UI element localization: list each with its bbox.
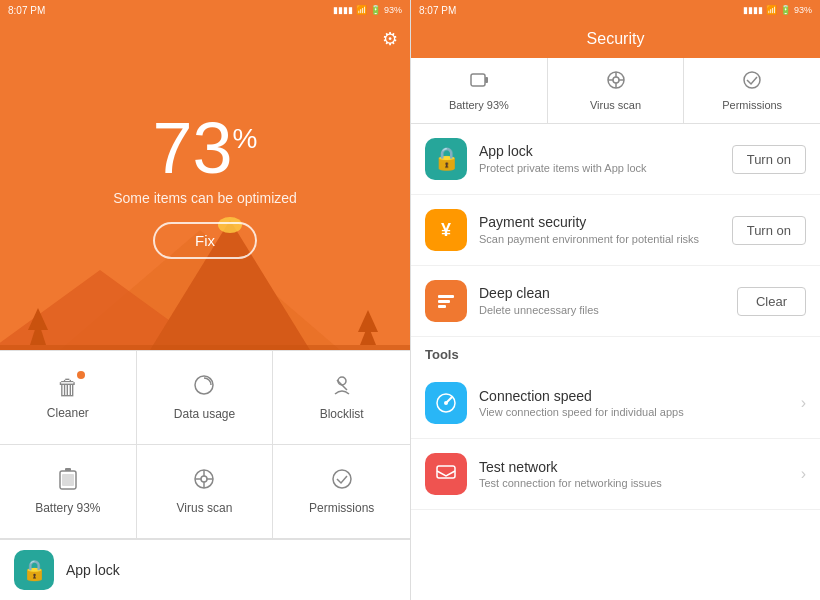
tool-connection-speed[interactable]: Connection speed View connection speed f… (411, 368, 820, 439)
fix-button[interactable]: Fix (153, 222, 257, 259)
score-percent: % (233, 123, 258, 154)
right-battery-icon: 🔋 (780, 5, 791, 15)
data-usage-label: Data usage (174, 407, 235, 421)
tab-permissions-label: Permissions (722, 99, 782, 111)
virus-scan-grid-icon (193, 468, 215, 496)
grid-data-usage[interactable]: Data usage (137, 351, 274, 445)
blocklist-label: Blocklist (320, 407, 364, 421)
test-network-desc: Test connection for networking issues (479, 477, 789, 489)
payment-desc: Scan payment environment for potential r… (479, 232, 720, 246)
tab-permissions-icon (742, 70, 762, 95)
right-battery-percent: 93% (794, 5, 812, 15)
svg-rect-14 (62, 474, 74, 486)
test-network-text: Test network Test connection for network… (479, 459, 789, 489)
permissions-grid-icon (331, 468, 353, 496)
tool-test-network[interactable]: Test network Test connection for network… (411, 439, 820, 510)
data-usage-icon (193, 374, 215, 402)
cleaner-label: Cleaner (47, 406, 89, 420)
deep-clean-text: Deep clean Delete unnecessary files (479, 285, 725, 317)
tools-header: Tools (411, 337, 820, 368)
svg-rect-32 (438, 300, 450, 303)
tab-virus-scan[interactable]: Virus scan (548, 58, 685, 123)
svg-point-35 (444, 401, 448, 405)
deep-clean-desc: Delete unnecessary files (479, 303, 725, 317)
score-display: 73% (152, 108, 257, 188)
app-lock-action: Turn on (732, 145, 806, 174)
svg-rect-23 (485, 77, 488, 83)
security-list: 🔒 App lock Protect private items with Ap… (411, 124, 820, 600)
app-lock-item[interactable]: 🔒 App lock (0, 539, 410, 600)
tab-permissions[interactable]: Permissions (684, 58, 820, 123)
header-title: Security (587, 30, 645, 47)
app-lock-title: App lock (479, 143, 720, 159)
tab-battery-label: Battery 93% (449, 99, 509, 111)
grid-virus-scan[interactable]: Virus scan (137, 445, 274, 539)
hero-section: ⚙ 73% Some items can be optimized Fix (0, 20, 410, 350)
tab-virus-label: Virus scan (590, 99, 641, 111)
right-panel: 8:07 PM ▮▮▮▮ 📶 🔋 93% Security Battery 93… (410, 0, 820, 600)
bottom-grid: 🗑 Cleaner Data usage Blocklist Battery 9… (0, 350, 410, 539)
left-status-bar: 8:07 PM ▮▮▮▮ 📶 🔋 93% (0, 0, 410, 20)
svg-rect-8 (0, 345, 410, 350)
battery-grid-label: Battery 93% (35, 501, 100, 515)
deep-clean-sec-icon (425, 280, 467, 322)
svg-point-10 (338, 377, 346, 385)
svg-rect-33 (438, 305, 446, 308)
app-lock-text: App lock Protect private items with App … (479, 143, 720, 175)
deep-clean-title: Deep clean (479, 285, 725, 301)
grid-battery[interactable]: Battery 93% (0, 445, 137, 539)
battery-icon-left: 🔋 (370, 5, 381, 15)
settings-icon[interactable]: ⚙ (382, 28, 398, 50)
tab-battery-icon (469, 70, 489, 95)
svg-point-16 (201, 476, 207, 482)
grid-cleaner[interactable]: 🗑 Cleaner (0, 351, 137, 445)
test-network-title: Test network (479, 459, 789, 475)
security-payment: ¥ Payment security Scan payment environm… (411, 195, 820, 266)
svg-marker-7 (358, 310, 378, 332)
deep-clean-clear-button[interactable]: Clear (737, 287, 806, 316)
security-app-lock: 🔒 App lock Protect private items with Ap… (411, 124, 820, 195)
app-lock-label: App lock (66, 562, 120, 578)
test-network-chevron: › (801, 465, 806, 483)
score-subtitle: Some items can be optimized (113, 190, 297, 206)
tabs-row: Battery 93% Virus scan Permissions (411, 58, 820, 124)
svg-point-30 (744, 72, 760, 88)
svg-point-21 (333, 470, 351, 488)
app-lock-desc: Protect private items with App lock (479, 161, 720, 175)
connection-speed-icon (425, 382, 467, 424)
cleaner-icon: 🗑 (57, 375, 79, 401)
grid-blocklist[interactable]: Blocklist (273, 351, 410, 445)
payment-action: Turn on (732, 216, 806, 245)
right-wifi-icon: 📶 (766, 5, 777, 15)
test-network-icon (425, 453, 467, 495)
right-signal-icon: ▮▮▮▮ (743, 5, 763, 15)
connection-speed-title: Connection speed (479, 388, 789, 404)
right-time: 8:07 PM (419, 5, 456, 16)
right-header: Security (411, 20, 820, 58)
payment-turn-on-button[interactable]: Turn on (732, 216, 806, 245)
payment-title: Payment security (479, 214, 720, 230)
app-lock-turn-on-button[interactable]: Turn on (732, 145, 806, 174)
signal-icon: ▮▮▮▮ (333, 5, 353, 15)
connection-speed-desc: View connection speed for individual app… (479, 406, 789, 418)
grid-permissions[interactable]: Permissions (273, 445, 410, 539)
payment-text: Payment security Scan payment environmen… (479, 214, 720, 246)
payment-sec-icon: ¥ (425, 209, 467, 251)
left-panel: 8:07 PM ▮▮▮▮ 📶 🔋 93% ⚙ 73% Some items ca… (0, 0, 410, 600)
wifi-icon: 📶 (356, 5, 367, 15)
connection-speed-text: Connection speed View connection speed f… (479, 388, 789, 418)
app-lock-sec-icon: 🔒 (425, 138, 467, 180)
left-status-icons: ▮▮▮▮ 📶 🔋 93% (333, 5, 402, 15)
deep-clean-action: Clear (737, 287, 806, 316)
right-status-icons: ▮▮▮▮ 📶 🔋 93% (743, 5, 812, 15)
left-time: 8:07 PM (8, 5, 45, 16)
score-value: 73 (152, 108, 232, 188)
battery-percent-left: 93% (384, 5, 402, 15)
svg-rect-22 (471, 74, 485, 86)
connection-speed-chevron: › (801, 394, 806, 412)
right-status-bar: 8:07 PM ▮▮▮▮ 📶 🔋 93% (411, 0, 820, 20)
tab-battery[interactable]: Battery 93% (411, 58, 548, 123)
svg-rect-13 (65, 468, 71, 471)
app-lock-icon: 🔒 (14, 550, 54, 590)
permissions-grid-label: Permissions (309, 501, 374, 515)
